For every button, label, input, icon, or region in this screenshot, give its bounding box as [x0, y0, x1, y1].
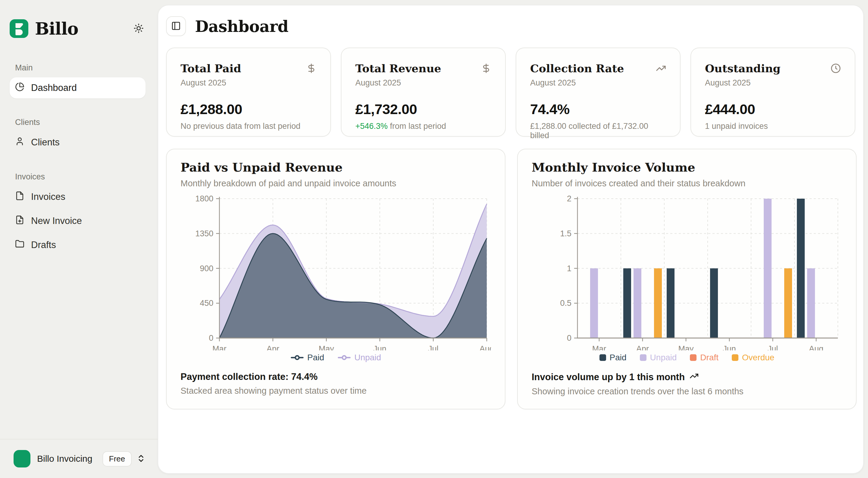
stat-note-delta: +546.3% [355, 122, 388, 131]
stat-card-collection-rate: Collection Rate August 2025 74.4% £1,288… [516, 47, 681, 137]
stat-value: £1,732.00 [355, 101, 491, 117]
trending-up-icon [689, 371, 699, 383]
plan-badge: Free [102, 451, 132, 467]
svg-text:Jun: Jun [723, 344, 736, 350]
stat-title: Collection Rate [530, 62, 666, 75]
legend-item-unpaid: Unpaid [338, 353, 381, 363]
brand-name: Billo [35, 19, 79, 38]
nav-list-main: Dashboard [10, 77, 146, 98]
sidebar-item-label: Clients [31, 137, 60, 148]
stat-value: 74.4% [530, 101, 666, 117]
sidebar-item-label: Drafts [31, 240, 56, 250]
chart-subtitle: Number of invoices created and their sta… [532, 178, 842, 189]
file-plus-icon [15, 215, 24, 227]
stat-card-total-revenue: Total Revenue August 2025 £1,732.00 +546… [341, 47, 506, 137]
svg-text:2: 2 [567, 194, 571, 203]
chart-footer-headline-text: Invoice volume up by 1 this month [532, 372, 685, 383]
stat-note: £1,288.00 collected of £1,732.00 billed [530, 122, 666, 140]
sidebar-item-invoices[interactable]: Invoices [10, 186, 146, 207]
stat-card-outstanding: Outstanding August 2025 £444.00 1 unpaid… [690, 47, 855, 137]
svg-text:Mar: Mar [592, 344, 607, 350]
stat-note: No previous data from last period [181, 122, 316, 131]
legend-item-draft: Draft [690, 353, 718, 363]
legend-item-unpaid: Unpaid [640, 353, 677, 363]
svg-text:0: 0 [567, 334, 571, 343]
theme-toggle-button[interactable] [132, 22, 146, 36]
stat-period: August 2025 [181, 78, 316, 88]
sidebar-toggle-button[interactable] [166, 16, 186, 36]
user-icon [15, 137, 24, 148]
brand: Billo [10, 19, 79, 38]
legend-item-overdue: Overdue [732, 353, 774, 363]
folder-icon [15, 239, 24, 251]
chart-card-monthly-invoice-volume: Monthly Invoice Volume Number of invoice… [517, 149, 857, 409]
chart-card-paid-vs-unpaid: Paid vs Unpaid Revenue Monthly breakdown… [166, 149, 505, 409]
stat-note-text: £1,288.00 collected of £1,732.00 billed [530, 122, 650, 140]
stat-period: August 2025 [530, 78, 666, 88]
stat-value: £444.00 [705, 101, 841, 117]
svg-text:1350: 1350 [195, 229, 213, 238]
main-content: Dashboard Total Paid August 2025 £1,288.… [158, 5, 864, 474]
svg-text:0.5: 0.5 [560, 299, 571, 308]
paid-vs-unpaid-area-chart: 045090013501800MarAprMayJunJulAug [181, 194, 491, 350]
svg-text:1.5: 1.5 [560, 229, 571, 238]
stat-title: Total Revenue [355, 62, 491, 75]
stat-note: +546.3% from last period [355, 122, 491, 131]
monthly-invoice-volume-bar-chart: 00.511.52MarAprMayJunJulAug [532, 194, 842, 350]
sun-icon [133, 23, 144, 34]
sidebar-item-label: Dashboard [31, 82, 77, 93]
stat-title: Outstanding [705, 62, 841, 75]
stat-note: 1 unpaid invoices [705, 122, 841, 131]
sidebar-header: Billo [10, 19, 146, 38]
chevrons-up-down-icon [136, 454, 146, 464]
stat-period: August 2025 [355, 78, 491, 88]
svg-text:Aug: Aug [479, 344, 491, 350]
file-icon [15, 191, 24, 203]
app-root: Billo Main Dashboard Clien [0, 0, 868, 478]
stat-title: Total Paid [181, 62, 316, 75]
sidebar-item-drafts[interactable]: Drafts [10, 235, 146, 255]
bar-chart-legend: PaidUnpaidDraftOverdue [532, 351, 842, 364]
sidebar: Billo Main Dashboard Clien [0, 0, 158, 478]
chart-title: Monthly Invoice Volume [532, 160, 842, 174]
svg-text:450: 450 [200, 299, 213, 308]
chart-footer-headline-text: Payment collection rate: 74.4% [181, 371, 318, 382]
svg-text:Jun: Jun [373, 344, 386, 350]
sidebar-item-dashboard[interactable]: Dashboard [10, 77, 146, 98]
svg-text:Apr: Apr [636, 344, 649, 350]
sidebar-item-new-invoice[interactable]: New Invoice [10, 210, 146, 232]
charts-row: Paid vs Unpaid Revenue Monthly breakdown… [166, 149, 855, 409]
stat-card-total-paid: Total Paid August 2025 £1,288.00 No prev… [166, 47, 331, 137]
sidebar-item-label: New Invoice [31, 215, 82, 226]
nav-list-invoices: Invoices New Invoice Drafts [10, 186, 146, 255]
svg-text:1800: 1800 [195, 194, 213, 203]
svg-text:May: May [678, 344, 694, 350]
clock-icon [831, 63, 841, 75]
nav-section-label-main: Main [15, 63, 146, 73]
svg-text:Aug: Aug [809, 344, 824, 350]
chart-footer-headline: Invoice volume up by 1 this month [532, 371, 842, 383]
chart-footer-note: Showing invoice creation trends over the… [532, 386, 842, 397]
workspace-name: Billo Invoicing [37, 454, 96, 464]
stats-row: Total Paid August 2025 £1,288.00 No prev… [166, 47, 855, 137]
chart-footer-note: Stacked area showing payment status over… [181, 386, 491, 396]
stat-value: £1,288.00 [181, 101, 316, 117]
nav-section-label-invoices: Invoices [15, 172, 146, 181]
workspace-footer: Billo Invoicing Free [0, 439, 158, 478]
page-title: Dashboard [195, 17, 288, 36]
main-header: Dashboard [166, 16, 855, 36]
workspace-avatar [13, 450, 30, 468]
svg-text:May: May [318, 344, 334, 350]
dollar-sign-icon [306, 63, 316, 75]
chart-footer-headline: Payment collection rate: 74.4% [181, 371, 491, 382]
nav-section-label-clients: Clients [15, 118, 146, 127]
workspace-switcher-button[interactable]: Free [102, 451, 146, 467]
nav-list-clients: Clients [10, 132, 146, 153]
sidebar-item-clients[interactable]: Clients [10, 132, 146, 153]
svg-text:1: 1 [567, 264, 571, 273]
stat-period: August 2025 [705, 78, 841, 88]
chart-title: Paid vs Unpaid Revenue [181, 160, 491, 174]
pie-chart-icon [15, 82, 24, 94]
svg-text:Mar: Mar [213, 344, 227, 350]
legend-item-paid: Paid [290, 353, 324, 363]
